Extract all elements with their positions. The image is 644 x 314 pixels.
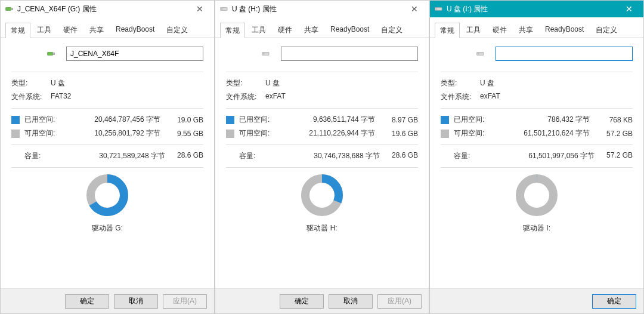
capacity-human: 28.6 GB <box>170 151 203 161</box>
tab-readyboost[interactable]: ReadyBoost <box>540 22 589 38</box>
value-filesystem: exFAT <box>480 92 633 102</box>
tab-tools[interactable]: 工具 <box>32 22 57 38</box>
divider <box>441 144 633 145</box>
properties-window: U 盘 (I:) 属性 ✕ 常规 工具 硬件 共享 ReadyBoost 自定义… <box>429 0 644 314</box>
divider <box>226 144 418 145</box>
free-human: 19.6 GB <box>385 130 418 138</box>
tab-content: 类型:U 盘 文件系统:exFAT 已用空间: 786,432 字节 768 K… <box>430 38 643 288</box>
drive-label: 驱动器 I: <box>523 223 550 233</box>
free-human: 9.55 GB <box>170 130 203 138</box>
capacity-bytes: 30,746,738,688 字节 <box>275 151 385 161</box>
tabs: 常规 工具 硬件 共享 ReadyBoost 自定义 <box>1 17 214 38</box>
usage-donut <box>515 174 558 218</box>
value-filesystem: FAT32 <box>51 92 203 102</box>
used-human: 19.0 GB <box>170 116 203 124</box>
ok-button[interactable]: 确定 <box>592 294 636 309</box>
tab-general[interactable]: 常规 <box>5 23 30 38</box>
divider <box>11 144 203 145</box>
tab-hardware[interactable]: 硬件 <box>273 22 298 38</box>
button-bar: 确定 取消 应用(A) <box>1 288 214 313</box>
close-icon[interactable]: ✕ <box>188 1 212 17</box>
close-icon[interactable]: ✕ <box>402 1 426 17</box>
ok-button[interactable]: 确定 <box>65 294 109 309</box>
divider <box>11 72 203 72</box>
value-type: U 盘 <box>51 78 203 88</box>
tab-tools[interactable]: 工具 <box>461 22 486 38</box>
label-free: 可用空间: <box>239 128 278 138</box>
svg-point-16 <box>520 178 553 212</box>
titlebar[interactable]: U 盘 (I:) 属性 ✕ <box>430 1 643 17</box>
volume-name-input[interactable] <box>496 47 633 61</box>
drive-label: 驱动器 H: <box>306 223 337 233</box>
svg-rect-2 <box>48 52 53 55</box>
used-human: 768 KB <box>599 116 633 124</box>
drive-icon <box>47 50 55 58</box>
cancel-button[interactable]: 取消 <box>329 294 373 309</box>
free-bytes: 21,110,226,944 字节 <box>283 128 380 138</box>
window-title: U 盘 (H:) 属性 <box>232 4 402 14</box>
tab-custom[interactable]: 自定义 <box>376 22 408 38</box>
label-used: 已用空间: <box>239 115 278 125</box>
volume-name-input[interactable] <box>281 47 418 61</box>
usage-donut <box>86 174 129 218</box>
value-filesystem: exFAT <box>265 92 418 102</box>
drive-icon <box>5 5 14 13</box>
tab-readyboost[interactable]: ReadyBoost <box>110 22 160 38</box>
label-free: 可用空间: <box>454 128 493 138</box>
divider <box>441 72 633 72</box>
divider <box>226 167 418 168</box>
titlebar[interactable]: J_CENA_X64F (G:) 属性 ✕ <box>1 1 214 17</box>
volume-name-input[interactable] <box>66 47 203 61</box>
tab-custom[interactable]: 自定义 <box>161 22 193 38</box>
drive-icon <box>220 5 228 13</box>
tab-hardware[interactable]: 硬件 <box>487 22 512 38</box>
titlebar[interactable]: U 盘 (H:) 属性 ✕ <box>215 1 429 17</box>
divider <box>11 108 203 109</box>
tabs: 常规 工具 硬件 共享 ReadyBoost 自定义 <box>215 17 429 38</box>
tab-readyboost[interactable]: ReadyBoost <box>325 22 374 38</box>
svg-rect-13 <box>436 8 438 10</box>
tab-sharing[interactable]: 共享 <box>513 22 538 38</box>
usage-donut <box>301 174 343 218</box>
divider <box>226 108 418 109</box>
apply-button[interactable]: 应用(A) <box>377 294 422 309</box>
properties-window: U 盘 (H:) 属性 ✕ 常规 工具 硬件 共享 ReadyBoost 自定义… <box>215 0 429 314</box>
tab-content: 类型:U 盘 文件系统:FAT32 已用空间: 20,464,787,456 字… <box>1 38 214 288</box>
tab-sharing[interactable]: 共享 <box>84 22 109 38</box>
divider <box>11 167 203 168</box>
drive-label: 驱动器 G: <box>92 223 123 233</box>
used-color-swatch <box>226 116 234 124</box>
label-type: 类型: <box>11 78 51 88</box>
capacity-human: 28.6 GB <box>385 151 418 161</box>
cancel-button[interactable]: 取消 <box>114 294 158 309</box>
close-icon[interactable]: ✕ <box>617 1 641 17</box>
apply-button[interactable]: 应用(A) <box>163 294 207 309</box>
svg-rect-0 <box>6 7 11 10</box>
tab-tools[interactable]: 工具 <box>246 22 271 38</box>
svg-rect-15 <box>478 53 479 55</box>
label-used: 已用空间: <box>454 115 493 125</box>
used-human: 8.97 GB <box>385 116 418 124</box>
label-free: 可用空间: <box>24 128 64 138</box>
tab-general[interactable]: 常规 <box>220 23 245 38</box>
properties-window: J_CENA_X64F (G:) 属性 ✕ 常规 工具 硬件 共享 ReadyB… <box>0 0 215 314</box>
ok-button[interactable]: 确定 <box>280 294 324 309</box>
window-title: J_CENA_X64F (G:) 属性 <box>17 4 188 14</box>
button-bar: 确定 <box>430 288 643 313</box>
svg-rect-3 <box>53 53 55 55</box>
divider <box>226 72 418 72</box>
tab-sharing[interactable]: 共享 <box>299 22 324 38</box>
divider <box>441 108 633 109</box>
label-capacity: 容量: <box>239 151 275 161</box>
used-bytes: 20,464,787,456 字节 <box>69 115 165 125</box>
label-type: 类型: <box>226 78 265 88</box>
button-bar: 确定 取消 应用(A) <box>215 288 429 313</box>
label-type: 类型: <box>441 78 480 88</box>
tab-hardware[interactable]: 硬件 <box>58 22 83 38</box>
tab-general[interactable]: 常规 <box>435 23 460 38</box>
tab-custom[interactable]: 自定义 <box>590 22 623 38</box>
tabs: 常规 工具 硬件 共享 ReadyBoost 自定义 <box>430 17 643 38</box>
capacity-bytes: 30,721,589,248 字节 <box>60 151 170 161</box>
used-bytes: 786,432 字节 <box>498 115 595 125</box>
free-color-swatch <box>11 130 20 138</box>
